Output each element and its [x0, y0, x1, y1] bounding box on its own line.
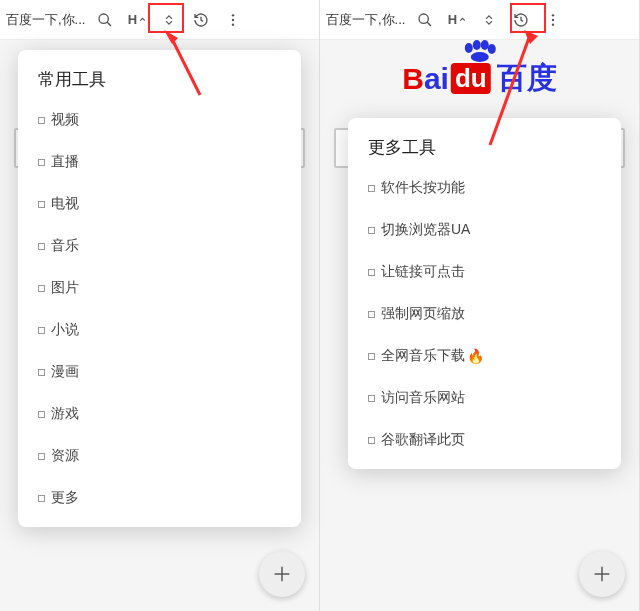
svg-point-13	[552, 23, 554, 25]
baidu-logo: Baidu百度	[402, 58, 556, 99]
fire-icon: 🔥	[467, 348, 484, 364]
page-title: 百度一下,你...	[6, 11, 85, 29]
tool-item-game[interactable]: 游戏	[18, 393, 301, 435]
svg-point-12	[552, 18, 554, 20]
svg-point-11	[552, 14, 554, 16]
tool-item-novel[interactable]: 小说	[18, 309, 301, 351]
sort-icon[interactable]	[153, 4, 185, 36]
search-icon[interactable]	[409, 4, 441, 36]
topbar-left: 百度一下,你... H	[0, 0, 319, 40]
tool-longpress[interactable]: 软件长按功能	[348, 167, 621, 209]
h-toggle-icon[interactable]: H	[441, 4, 473, 36]
svg-point-17	[473, 40, 481, 50]
tool-make-clickable[interactable]: 让链接可点击	[348, 251, 621, 293]
history-icon[interactable]	[185, 4, 217, 36]
tool-switch-ua[interactable]: 切换浏览器UA	[348, 209, 621, 251]
tool-item-music[interactable]: 音乐	[18, 225, 301, 267]
tool-item-more[interactable]: 更多	[18, 477, 301, 519]
popup-title: 更多工具	[348, 136, 621, 167]
popup-title: 常用工具	[18, 68, 301, 99]
fab-add[interactable]	[259, 551, 305, 597]
tool-item-tv[interactable]: 电视	[18, 183, 301, 225]
svg-point-4	[232, 23, 234, 25]
more-icon[interactable]	[217, 4, 249, 36]
search-icon[interactable]	[89, 4, 121, 36]
svg-point-0	[99, 14, 108, 23]
svg-point-2	[232, 14, 234, 16]
paw-icon	[461, 40, 499, 62]
right-panel: 百度一下,你... H Baidu百度 更多工具 软件长按功能 切换浏览器UA …	[320, 0, 640, 611]
tool-item-manga[interactable]: 漫画	[18, 351, 301, 393]
svg-line-10	[427, 22, 431, 26]
tool-visit-music[interactable]: 访问音乐网站	[348, 377, 621, 419]
tool-google-translate[interactable]: 谷歌翻译此页	[348, 419, 621, 461]
plus-icon	[271, 563, 293, 585]
history-icon[interactable]	[505, 4, 537, 36]
tool-item-video[interactable]: 视频	[18, 99, 301, 141]
topbar-right: 百度一下,你... H	[320, 0, 639, 40]
common-tools-popup: 常用工具 视频 直播 电视 音乐 图片 小说 漫画 游戏 资源 更多	[18, 50, 301, 527]
svg-point-9	[419, 14, 428, 23]
tool-music-download[interactable]: 全网音乐下载🔥	[348, 335, 621, 377]
svg-point-16	[465, 43, 473, 53]
plus-icon	[591, 563, 613, 585]
svg-line-1	[107, 22, 111, 26]
svg-point-18	[481, 40, 489, 50]
svg-point-20	[471, 52, 489, 62]
svg-point-19	[488, 44, 496, 54]
tool-item-live[interactable]: 直播	[18, 141, 301, 183]
fab-add[interactable]	[579, 551, 625, 597]
tool-item-image[interactable]: 图片	[18, 267, 301, 309]
tool-force-zoom[interactable]: 强制网页缩放	[348, 293, 621, 335]
page-title: 百度一下,你...	[326, 11, 405, 29]
svg-point-3	[232, 18, 234, 20]
more-icon[interactable]	[537, 4, 569, 36]
h-toggle-icon[interactable]: H	[121, 4, 153, 36]
more-tools-popup: 更多工具 软件长按功能 切换浏览器UA 让链接可点击 强制网页缩放 全网音乐下载…	[348, 118, 621, 469]
sort-icon[interactable]	[473, 4, 505, 36]
left-panel: 百度一下,你... H 常用工具 视频 直播 电视 音乐 图片 小说 漫画 游戏…	[0, 0, 320, 611]
tool-item-resource[interactable]: 资源	[18, 435, 301, 477]
